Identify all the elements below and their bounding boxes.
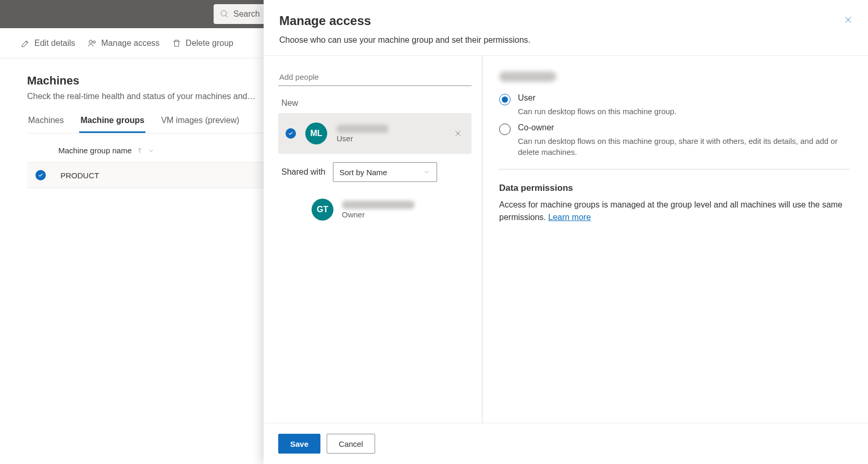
panel-footer: Save Cancel: [264, 423, 868, 464]
person-info: Owner: [342, 201, 468, 219]
close-icon: [844, 15, 853, 25]
panel-body: New ML User Shared with Sort by Name: [264, 56, 868, 423]
person-name-blurred: [337, 125, 389, 133]
remove-person-button[interactable]: [452, 127, 464, 140]
panel-title: Manage access: [279, 14, 852, 28]
column-header-label: Machine group name: [58, 146, 132, 155]
person-info: User: [337, 125, 442, 143]
new-section-label: New: [278, 99, 472, 108]
person-row-shared[interactable]: GT Owner: [278, 189, 472, 221]
data-permissions-text: Access for machine groups is managed at …: [499, 199, 849, 224]
person-role: Owner: [342, 210, 468, 219]
sort-up-icon: [136, 147, 143, 154]
shared-with-label: Shared with: [281, 167, 326, 177]
sort-select-value: Sort by Name: [340, 168, 388, 177]
permission-option-user[interactable]: User Can run desktop flows on this machi…: [499, 93, 849, 117]
tab-vm-images[interactable]: VM images (preview): [160, 116, 240, 133]
people-icon: [88, 39, 97, 48]
svg-point-2: [89, 40, 92, 43]
permission-description: Can run desktop flows on this machine gr…: [518, 106, 676, 117]
selected-user-name-blurred: [499, 71, 556, 82]
trash-icon: [172, 39, 181, 48]
avatar: ML: [305, 123, 327, 144]
pencil-icon: [21, 39, 30, 48]
manage-access-label: Manage access: [101, 39, 159, 48]
close-button[interactable]: [841, 13, 855, 27]
save-button[interactable]: Save: [278, 434, 320, 454]
tab-machine-groups[interactable]: Machine groups: [79, 116, 145, 133]
check-icon: [38, 172, 44, 178]
search-placeholder: Search: [233, 9, 260, 19]
add-people-input[interactable]: [278, 68, 472, 86]
manage-access-panel: Manage access Choose who can use your ma…: [264, 0, 868, 464]
close-icon: [454, 129, 462, 138]
permission-option-coowner[interactable]: Co-owner Can run desktop flows on this m…: [499, 123, 849, 157]
tab-machines[interactable]: Machines: [27, 116, 65, 133]
divider: [499, 169, 849, 169]
chevron-down-icon: [147, 147, 155, 154]
data-permissions-title: Data permissions: [499, 183, 849, 193]
radio-user[interactable]: [499, 94, 511, 105]
avatar: GT: [312, 199, 333, 221]
search-icon: [220, 9, 229, 19]
person-selected-indicator[interactable]: [286, 128, 296, 139]
panel-description: Choose who can use your machine group an…: [279, 35, 852, 45]
learn-more-link[interactable]: Learn more: [548, 213, 591, 222]
delete-group-button[interactable]: Delete group: [172, 39, 233, 48]
delete-group-label: Delete group: [185, 39, 233, 48]
chevron-down-icon: [423, 168, 430, 176]
edit-details-button[interactable]: Edit details: [21, 39, 75, 48]
shared-with-row: Shared with Sort by Name: [278, 154, 472, 189]
person-row-new[interactable]: ML User: [278, 113, 472, 154]
cancel-button[interactable]: Cancel: [327, 434, 375, 454]
radio-coowner[interactable]: [499, 124, 511, 135]
permission-description: Can run desktop flows on this machine gr…: [518, 136, 849, 157]
permission-label: Co-owner: [518, 123, 849, 132]
panel-left: New ML User Shared with Sort by Name: [264, 56, 482, 423]
person-role: User: [337, 134, 442, 143]
row-checkbox[interactable]: [35, 170, 46, 180]
person-name-blurred: [342, 201, 415, 209]
panel-right: User Can run desktop flows on this machi…: [482, 56, 868, 423]
edit-details-label: Edit details: [34, 39, 75, 48]
svg-line-1: [226, 15, 228, 17]
svg-point-0: [221, 10, 227, 16]
sort-select[interactable]: Sort by Name: [333, 162, 437, 182]
svg-point-3: [93, 41, 96, 43]
permission-label: User: [518, 93, 676, 103]
check-icon: [288, 130, 294, 137]
panel-header: Manage access Choose who can use your ma…: [264, 0, 868, 56]
manage-access-button[interactable]: Manage access: [88, 39, 159, 48]
